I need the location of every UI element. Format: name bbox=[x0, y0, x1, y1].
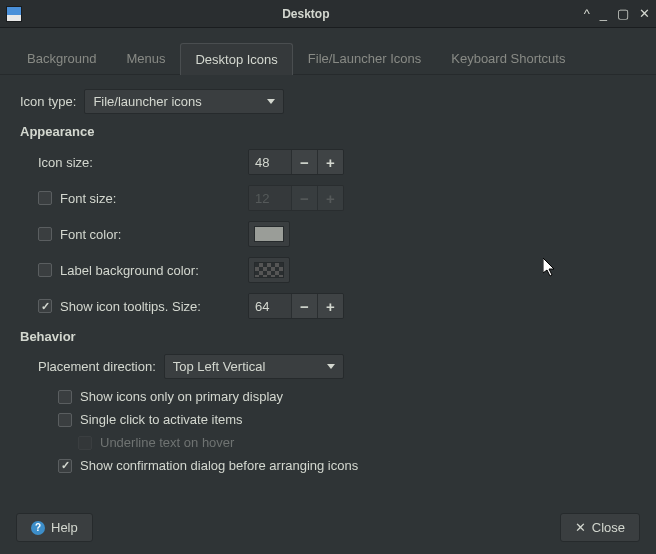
underline-label: Underline text on hover bbox=[100, 435, 234, 450]
content-pane: Icon type: File/launcher icons Appearanc… bbox=[0, 75, 656, 491]
appearance-heading: Appearance bbox=[20, 124, 636, 139]
tab-bar: Background Menus Desktop Icons File/Laun… bbox=[0, 28, 656, 75]
font-color-label: Font color: bbox=[60, 227, 121, 242]
icon-size-value[interactable]: 48 bbox=[249, 150, 291, 174]
tab-desktop-icons[interactable]: Desktop Icons bbox=[180, 43, 292, 75]
tooltip-size-decrement[interactable]: − bbox=[291, 294, 317, 318]
chevron-down-icon bbox=[327, 364, 335, 369]
window-controls: ^ _ ▢ ✕ bbox=[584, 7, 650, 20]
titlebar: Desktop ^ _ ▢ ✕ bbox=[0, 0, 656, 28]
font-color-preview bbox=[254, 226, 284, 242]
window-title: Desktop bbox=[28, 7, 584, 21]
tab-keyboard-shortcuts[interactable]: Keyboard Shortcuts bbox=[436, 42, 580, 74]
icon-type-value: File/launcher icons bbox=[93, 94, 201, 109]
label-bg-preview bbox=[254, 262, 284, 278]
close-button[interactable]: ✕ Close bbox=[560, 513, 640, 542]
icon-size-decrement[interactable]: − bbox=[291, 150, 317, 174]
placement-label: Placement direction: bbox=[38, 359, 156, 374]
icon-size-spin[interactable]: 48 − + bbox=[248, 149, 344, 175]
font-size-value: 12 bbox=[249, 186, 291, 210]
tab-file-launcher-icons[interactable]: File/Launcher Icons bbox=[293, 42, 436, 74]
confirm-label: Show confirmation dialog before arrangin… bbox=[80, 458, 358, 473]
help-button-label: Help bbox=[51, 520, 78, 535]
help-button[interactable]: ? Help bbox=[16, 513, 93, 542]
tooltip-size-spin[interactable]: 64 − + bbox=[248, 293, 344, 319]
primary-display-checkbox[interactable] bbox=[58, 390, 72, 404]
font-color-swatch[interactable] bbox=[248, 221, 290, 247]
confirm-checkbox[interactable] bbox=[58, 459, 72, 473]
label-bg-checkbox[interactable] bbox=[38, 263, 52, 277]
icon-type-label: Icon type: bbox=[20, 94, 76, 109]
rollup-button[interactable]: ^ bbox=[584, 7, 590, 20]
font-color-checkbox[interactable] bbox=[38, 227, 52, 241]
tab-background[interactable]: Background bbox=[12, 42, 111, 74]
font-size-decrement: − bbox=[291, 186, 317, 210]
primary-display-label: Show icons only on primary display bbox=[80, 389, 283, 404]
tab-menus[interactable]: Menus bbox=[111, 42, 180, 74]
placement-value: Top Left Vertical bbox=[173, 359, 266, 374]
label-bg-swatch[interactable] bbox=[248, 257, 290, 283]
font-size-checkbox[interactable] bbox=[38, 191, 52, 205]
placement-dropdown[interactable]: Top Left Vertical bbox=[164, 354, 344, 379]
single-click-label: Single click to activate items bbox=[80, 412, 243, 427]
tooltip-label: Show icon tooltips. Size: bbox=[60, 299, 201, 314]
footer: ? Help ✕ Close bbox=[0, 501, 656, 554]
font-size-increment: + bbox=[317, 186, 343, 210]
underline-checkbox bbox=[78, 436, 92, 450]
icon-type-dropdown[interactable]: File/launcher icons bbox=[84, 89, 284, 114]
chevron-down-icon bbox=[267, 99, 275, 104]
font-size-spin: 12 − + bbox=[248, 185, 344, 211]
single-click-checkbox[interactable] bbox=[58, 413, 72, 427]
label-bg-label: Label background color: bbox=[60, 263, 199, 278]
tooltip-size-increment[interactable]: + bbox=[317, 294, 343, 318]
close-window-button[interactable]: ✕ bbox=[639, 7, 650, 20]
minimize-button[interactable]: _ bbox=[600, 7, 607, 20]
close-button-label: Close bbox=[592, 520, 625, 535]
app-icon bbox=[6, 6, 22, 22]
maximize-button[interactable]: ▢ bbox=[617, 7, 629, 20]
icon-size-label: Icon size: bbox=[38, 155, 93, 170]
behavior-heading: Behavior bbox=[20, 329, 636, 344]
help-icon: ? bbox=[31, 521, 45, 535]
tooltip-size-value[interactable]: 64 bbox=[249, 294, 291, 318]
font-size-label: Font size: bbox=[60, 191, 116, 206]
tooltip-checkbox[interactable] bbox=[38, 299, 52, 313]
close-icon: ✕ bbox=[575, 520, 586, 535]
icon-size-increment[interactable]: + bbox=[317, 150, 343, 174]
